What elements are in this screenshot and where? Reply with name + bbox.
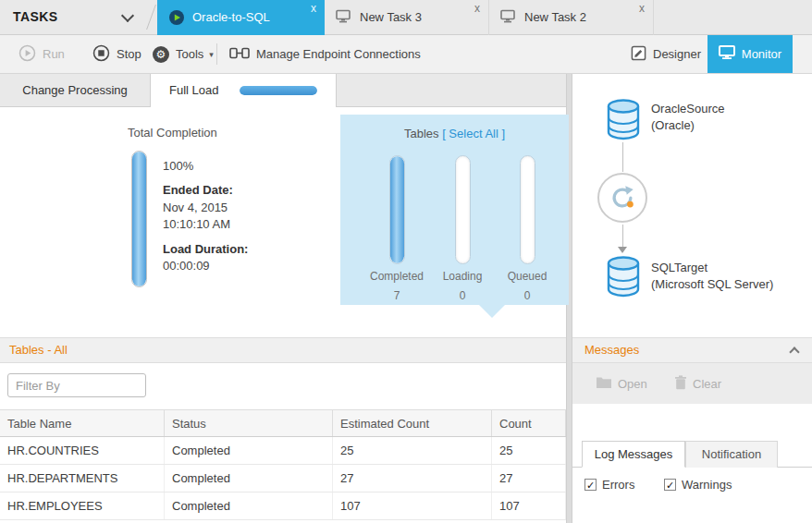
cell-estimated-count: 107 (333, 493, 492, 519)
column-header-table-name[interactable]: Table Name (0, 410, 165, 436)
task-tab-new-task-2[interactable]: New Task 2 x (489, 0, 654, 35)
trash-icon (674, 375, 687, 393)
warnings-checkbox-group[interactable]: ✓ Warnings (664, 478, 732, 492)
chevron-down-icon (121, 9, 134, 22)
monitor-content: Total Completion 100% Ended Date: Nov 4,… (0, 107, 566, 523)
loading-bar-label: Loading (430, 270, 495, 283)
manage-label: Manage Endpoint Connections (256, 47, 421, 61)
close-icon[interactable]: x (311, 2, 316, 15)
replication-status-icon[interactable] (597, 173, 647, 223)
load-duration-value: 00:00:09 (163, 259, 210, 273)
tab-notification[interactable]: Notification (685, 441, 778, 468)
play-circle-icon (18, 44, 36, 65)
messages-header: Messages (572, 337, 812, 363)
manage-endpoint-connections-button[interactable]: Manage Endpoint Connections (229, 35, 421, 73)
loading-bar[interactable] (455, 155, 471, 264)
run-button[interactable]: Run (18, 35, 65, 73)
task-tab-bar: TASKS Oracle-to-SQL x New Task 3 x New T… (0, 0, 812, 35)
monitor-button[interactable]: Monitor (707, 35, 793, 73)
designer-button[interactable]: Designer (631, 35, 701, 73)
tasks-menu-label[interactable]: TASKS (13, 0, 57, 34)
designer-icon (631, 45, 646, 64)
gear-icon: ⚙ (153, 46, 169, 63)
select-all-link[interactable]: [ Select All ] (442, 127, 505, 140)
ended-time-value: 10:10:10 AM (163, 217, 230, 231)
queued-bar-label: Queued (495, 270, 560, 283)
completed-bar-fill (390, 156, 404, 263)
toolbar: Run Stop ⚙ Tools ▾ Manage Endpoint Conne… (0, 35, 812, 74)
column-header-estimated-count[interactable]: Estimated Count (333, 410, 492, 436)
tab-log-messages[interactable]: Log Messages (582, 441, 685, 468)
cell-table-name: HR.COUNTRIES (0, 437, 165, 464)
filter-input[interactable] (7, 373, 146, 397)
cell-estimated-count: 27 (333, 465, 492, 492)
table-row[interactable]: HR.DEPARTMENTS Completed 27 27 (0, 465, 566, 493)
errors-checkbox-group[interactable]: ✓ Errors (584, 478, 634, 492)
column-header-status[interactable]: Status (165, 410, 333, 436)
tab-full-load[interactable]: Full Load (150, 74, 337, 107)
open-button[interactable]: Open (596, 363, 647, 404)
clear-label: Clear (693, 377, 721, 391)
cell-count: 25 (492, 437, 566, 464)
queued-bar[interactable] (520, 155, 535, 264)
close-icon[interactable]: x (639, 2, 645, 15)
view-tab-bar: Change Processing Full Load (0, 74, 566, 107)
table-row[interactable]: HR.COUNTRIES Completed 25 25 (0, 437, 566, 465)
tools-label: Tools (176, 47, 203, 61)
caret-down-icon: ▾ (209, 50, 214, 59)
target-type: (Microsoft SQL Server) (651, 277, 773, 291)
task-play-icon (168, 9, 185, 26)
task-tab-new-task-3[interactable]: New Task 3 x (325, 0, 489, 35)
task-tab-label: Oracle-to-SQL (192, 0, 270, 34)
endpoint-connections-icon (229, 45, 250, 64)
tools-menu-button[interactable]: ⚙ Tools ▾ (153, 35, 214, 73)
task-tab-label: New Task 2 (524, 0, 586, 34)
cell-count: 107 (492, 493, 566, 519)
collapse-chevron-icon[interactable] (789, 347, 799, 357)
tables-overview-header: Tables [ Select All ] (340, 127, 569, 140)
cell-status: Completed (165, 493, 333, 519)
task-tab-label: New Task 3 (360, 0, 422, 34)
warnings-checkbox[interactable]: ✓ (664, 479, 676, 491)
clear-button[interactable]: Clear (674, 363, 721, 404)
task-monitor-icon (336, 9, 352, 26)
completed-bar-value: 7 (364, 289, 429, 302)
target-database-icon[interactable] (605, 255, 642, 298)
source-database-icon[interactable] (605, 98, 642, 140)
run-label: Run (43, 47, 65, 61)
ended-date-value: Nov 4, 2015 (163, 201, 228, 214)
tab-change-processing[interactable]: Change Processing (0, 74, 150, 107)
total-completion-label: Total Completion (128, 126, 217, 140)
load-duration-label: Load Duration: (163, 242, 248, 256)
source-type: (Oracle) (651, 118, 695, 132)
cell-status: Completed (165, 437, 333, 464)
source-name: OracleSource (651, 102, 724, 116)
task-tab-oracle-to-sql[interactable]: Oracle-to-SQL x (157, 0, 325, 35)
completion-percent: 100% (163, 159, 193, 173)
total-completion-fill (132, 152, 146, 286)
stop-button[interactable]: Stop (92, 35, 141, 73)
monitor-icon (719, 45, 735, 63)
column-header-count[interactable]: Count (492, 410, 566, 436)
tables-overview-panel: Tables [ Select All ] Completed Loading … (340, 115, 569, 305)
cell-table-name: HR.DEPARTMENTS (0, 465, 165, 492)
stop-label: Stop (117, 47, 141, 61)
errors-checkbox[interactable]: ✓ (584, 479, 597, 491)
completed-bar[interactable] (389, 155, 405, 264)
close-icon[interactable]: x (474, 2, 480, 15)
toolbar-separator (216, 43, 217, 65)
messages-toolbar: Open Clear (572, 363, 812, 404)
cell-count: 27 (492, 465, 566, 492)
loading-bar-value: 0 (430, 289, 495, 302)
table-header-row: Table Name Status Estimated Count Count (0, 409, 566, 437)
app-window: TASKS Oracle-to-SQL x New Task 3 x New T… (0, 0, 812, 523)
full-load-progress-fill (240, 86, 317, 95)
connector-line (622, 225, 623, 248)
full-load-progress-bar (240, 86, 317, 95)
messages-filters: ✓ Errors ✓ Warnings (572, 475, 812, 497)
tables-overview-title: Tables (404, 127, 439, 140)
table-row[interactable]: HR.EMPLOYEES Completed 107 107 (0, 493, 566, 520)
queued-bar-value: 0 (495, 289, 560, 302)
task-monitor-icon (500, 9, 517, 26)
tasks-dropdown-button[interactable] (109, 0, 148, 34)
